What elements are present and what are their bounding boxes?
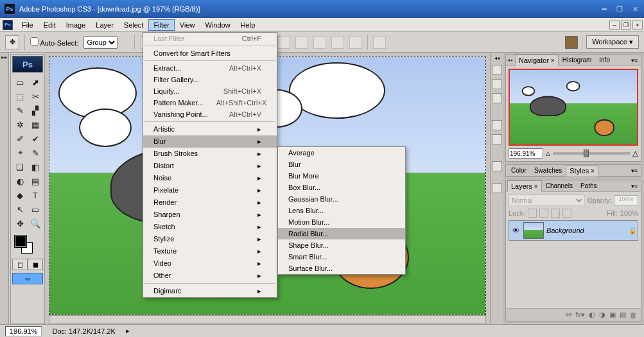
tool-button[interactable]: ▤ <box>28 174 43 188</box>
tool-button[interactable]: T <box>28 188 43 202</box>
tool-button[interactable]: ✲ <box>12 117 28 132</box>
workspace-button[interactable]: Workspace ▾ <box>586 35 639 49</box>
zoom-out-icon[interactable]: △ <box>546 150 550 157</box>
layer-name[interactable]: Background <box>546 227 626 234</box>
menu-item-liquify-[interactable]: Liquify...Shift+Ctrl+X <box>143 85 277 97</box>
menu-item-stylize[interactable]: Stylize▸ <box>143 233 277 245</box>
lock-all-icon[interactable] <box>562 209 571 218</box>
menu-edit[interactable]: Edit <box>39 19 61 31</box>
distribute-icon[interactable] <box>313 36 326 49</box>
menu-item-brush-strokes[interactable]: Brush Strokes▸ <box>143 148 277 160</box>
menu-item-gaussian-blur-[interactable]: Gaussian Blur... <box>278 193 405 205</box>
tool-button[interactable]: ◧ <box>28 160 43 174</box>
menu-item-texture[interactable]: Texture▸ <box>143 245 277 257</box>
dock-icon[interactable] <box>492 161 502 171</box>
collapse-arrow-icon[interactable]: ▸▸ <box>1 54 8 60</box>
lock-position-icon[interactable] <box>551 209 560 218</box>
menu-file[interactable]: File <box>17 19 39 31</box>
status-zoom[interactable]: 196.91% <box>5 326 42 336</box>
dock-icon[interactable] <box>492 93 502 103</box>
menu-item-blur-more[interactable]: Blur More <box>278 170 405 182</box>
distribute-icon[interactable] <box>373 36 386 49</box>
color-swatch[interactable] <box>12 234 43 256</box>
tool-button[interactable]: 🔍 <box>28 216 43 230</box>
tab-navigator[interactable]: Navigator × <box>515 55 559 66</box>
dock-icon[interactable] <box>492 183 502 193</box>
tool-button[interactable]: ⌖ <box>12 146 28 160</box>
menu-item-extract-[interactable]: Extract...Alt+Ctrl+X <box>143 62 277 74</box>
tool-button[interactable]: ⬚ <box>12 89 28 103</box>
standard-mode-icon[interactable]: ◻ <box>12 259 28 270</box>
menu-item-sharpen[interactable]: Sharpen▸ <box>143 209 277 221</box>
tool-button[interactable]: ▭ <box>12 75 28 89</box>
lock-transparency-icon[interactable] <box>528 209 537 218</box>
mask-icon[interactable]: ◐ <box>589 311 595 319</box>
menu-view[interactable]: View <box>175 19 200 31</box>
menu-filter[interactable]: Filter <box>148 19 174 31</box>
menu-help[interactable]: Help <box>236 19 261 31</box>
menu-item-blur[interactable]: Blur <box>278 159 405 170</box>
menu-item-other[interactable]: Other▸ <box>143 270 277 282</box>
menu-window[interactable]: Window <box>200 19 236 31</box>
panel-menu-icon[interactable]: ▾≡ <box>629 183 640 189</box>
screenmode-icon[interactable]: ▭ <box>12 273 43 284</box>
doc-close-button[interactable]: × <box>632 21 643 30</box>
tool-button[interactable]: ▞ <box>28 103 43 117</box>
tool-button[interactable]: ❏ <box>12 160 28 174</box>
menu-item-vanishing-point-[interactable]: Vanishing Point...Alt+Ctrl+V <box>143 108 277 120</box>
tab-color[interactable]: Color <box>507 165 530 176</box>
menu-item-radial-blur-[interactable]: Radial Blur... <box>278 228 405 239</box>
tool-button[interactable]: ↖ <box>12 202 28 216</box>
menu-item-video[interactable]: Video▸ <box>143 257 277 270</box>
auto-select-checkbox[interactable]: Auto-Select: <box>30 37 78 47</box>
horizontal-scrollbar[interactable] <box>49 315 486 324</box>
tool-button[interactable]: ▭ <box>28 202 43 216</box>
folder-icon[interactable]: ▣ <box>609 311 616 319</box>
panel-menu-icon[interactable]: ▾≡ <box>629 168 640 174</box>
tab-info[interactable]: Info <box>595 55 614 65</box>
menu-item-shape-blur-[interactable]: Shape Blur... <box>278 239 405 251</box>
nav-zoom-slider[interactable] <box>553 152 630 155</box>
restore-icon[interactable]: ❐ <box>614 4 625 14</box>
menu-item-distort[interactable]: Distort▸ <box>143 160 277 172</box>
tab-layers[interactable]: Layers × <box>507 180 542 192</box>
status-menu-arrow-icon[interactable]: ▸ <box>126 327 130 335</box>
layer-thumbnail[interactable] <box>523 222 544 239</box>
foreground-swatch[interactable] <box>15 236 26 247</box>
tool-button[interactable]: ✔ <box>28 132 43 146</box>
fx-icon[interactable]: fx▾ <box>575 311 585 319</box>
layer-row[interactable]: 👁 Background 🔒 <box>509 220 638 241</box>
navigator-thumbnail[interactable] <box>509 69 638 146</box>
tab-paths[interactable]: Paths <box>577 180 601 191</box>
menu-item-surface-blur-[interactable]: Surface Blur... <box>278 263 405 274</box>
tab-histogram[interactable]: Histogram <box>559 55 596 65</box>
menu-item-digimarc[interactable]: Digimarc▸ <box>143 285 277 297</box>
tab-channels[interactable]: Channels <box>542 180 577 191</box>
dock-icon[interactable] <box>492 134 502 144</box>
menu-item-box-blur-[interactable]: Box Blur... <box>278 182 405 193</box>
bridge-icon[interactable] <box>565 36 578 49</box>
auto-select-target-select[interactable]: Group <box>83 36 117 49</box>
app-small-icon[interactable]: Ps <box>3 20 13 30</box>
distribute-icon[interactable] <box>277 36 290 49</box>
zoom-in-icon[interactable]: △ <box>632 149 638 158</box>
tool-button[interactable]: ✎ <box>28 146 43 160</box>
doc-restore-button[interactable]: ❐ <box>621 21 631 30</box>
adjustment-icon[interactable]: ◑ <box>599 311 605 319</box>
menu-item-render[interactable]: Render▸ <box>143 196 277 209</box>
menu-item-artistic[interactable]: Artistic▸ <box>143 123 277 135</box>
tool-button[interactable]: ◐ <box>12 174 28 188</box>
menu-item-lens-blur-[interactable]: Lens Blur... <box>278 205 405 216</box>
tool-button[interactable]: ▦ <box>28 117 43 132</box>
menu-item-convert-for-smart-filters[interactable]: Convert for Smart Filters <box>143 48 277 59</box>
panel-menu-icon[interactable]: ▾≡ <box>629 57 640 64</box>
menu-item-pixelate[interactable]: Pixelate▸ <box>143 184 277 196</box>
menu-item-sketch[interactable]: Sketch▸ <box>143 221 277 233</box>
dock-icon[interactable] <box>492 65 502 75</box>
tool-button[interactable]: ✐ <box>12 132 28 146</box>
menu-item-noise[interactable]: Noise▸ <box>143 172 277 184</box>
close-icon[interactable]: ✕ <box>630 4 640 14</box>
menu-item-filter-gallery-[interactable]: Filter Gallery... <box>143 74 277 85</box>
tool-button[interactable]: ⬈ <box>28 75 43 89</box>
tool-button[interactable]: ✥ <box>12 216 28 230</box>
